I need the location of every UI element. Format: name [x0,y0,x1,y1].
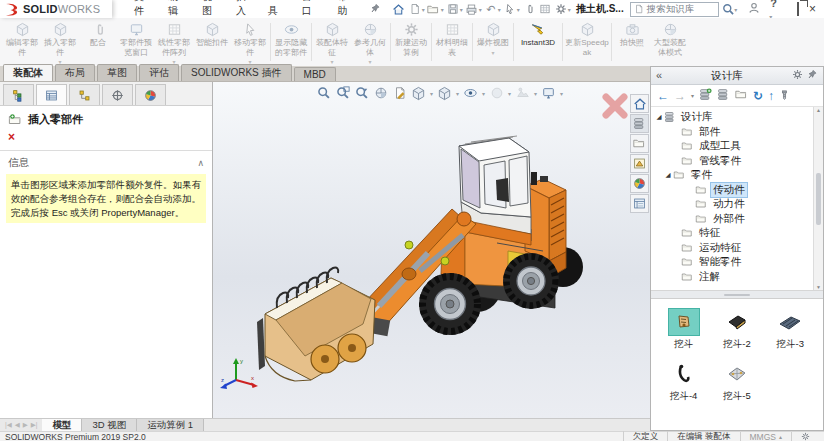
tree-item-motion-features[interactable]: 运动特征 [651,241,823,256]
new-document-icon[interactable] [407,2,423,17]
up-one-level-icon[interactable]: ↑ [768,90,774,102]
panel-options-gear-icon[interactable] [792,69,803,82]
ribbon-button-bill-of-materials[interactable]: 材料明细表 [433,18,471,66]
appearances-scenes-tab-icon[interactable] [630,174,649,193]
rebuild-icon[interactable] [521,2,537,17]
collapse-panel-icon[interactable]: « [656,70,662,81]
edit-appearance-caret-icon[interactable]: ▾ [508,90,511,97]
home-icon[interactable] [391,2,407,17]
undo-icon[interactable]: ↶ [483,2,499,17]
library-item-bucket-4[interactable]: 挖斗-4 [657,361,710,403]
close-button[interactable]: × [809,3,816,15]
user-account-icon[interactable] [748,2,760,16]
library-home-icon[interactable] [717,88,730,103]
search-caret-icon[interactable]: ▾ [734,6,737,13]
tree-item-annotations[interactable]: 注解 [651,270,823,285]
tree-item-transmission-parts[interactable]: 传动件 [651,183,823,198]
design-library-tab-icon[interactable] [630,114,649,133]
tab-feature-manager-tree[interactable] [3,84,34,105]
print-icon[interactable] [464,2,480,17]
options-caret-icon[interactable]: ▾ [568,6,571,13]
first-sheet-icon[interactable]: |◀ [5,421,12,429]
knowledge-search-input[interactable]: 搜索知识库 [630,2,720,17]
search-icon[interactable]: ▾ [722,3,738,16]
last-sheet-icon[interactable]: ▶| [31,421,38,429]
file-explorer-tab-icon[interactable] [630,134,649,153]
tree-item-assemblies[interactable]: 部件 [651,125,823,140]
tree-item-smart-components[interactable]: 智能零件 [651,255,823,270]
panel-splitter[interactable] [651,291,823,299]
ribbon-button-component-preview[interactable]: 零部件预览窗口 [117,18,155,66]
screw-fastener-icon[interactable] [779,89,790,103]
library-item-bucket-2[interactable]: 挖斗-2 [710,309,763,351]
tab-assembly[interactable]: 装配体 [3,64,53,81]
history-caret-icon[interactable]: ▾ [691,92,694,99]
units-selector[interactable]: MMGS▴ [740,432,791,441]
ribbon-button-insert-component[interactable]: 插入零部件▾ [41,18,79,66]
add-to-library-icon[interactable] [699,88,712,103]
tree-item-design-library[interactable]: ◢设计库 [651,110,823,125]
scroll-down-icon[interactable]: ▼ [816,284,821,290]
apply-scene-caret-icon[interactable]: ▾ [534,90,537,97]
library-item-bucket[interactable]: 挖斗 [657,309,710,351]
save-icon[interactable] [445,2,461,17]
tab-dimxpert-manager[interactable] [102,84,133,105]
tab-model[interactable]: 模型 [42,419,82,431]
hide-show-items-icon[interactable] [462,85,479,101]
ribbon-button-move-component[interactable]: 移动零部件▾ [231,18,269,66]
expanded-triangle-icon[interactable]: ◢ [663,171,673,179]
scrollbar-thumb[interactable] [816,173,821,225]
display-style-caret-icon[interactable]: ▾ [456,90,459,97]
ribbon-button-update-speedpak[interactable]: 更新Speedpak [564,18,610,66]
edit-appearance-icon[interactable] [488,85,505,101]
prev-sheet-icon[interactable]: ◀ [15,421,20,429]
tab-mbd[interactable]: MBD [294,67,336,81]
tree-item-parts[interactable]: ◢零件 [651,168,823,183]
save-caret-icon[interactable]: ▾ [460,6,463,13]
library-item-bucket-3[interactable]: 挖斗-3 [764,309,817,351]
ribbon-button-exploded-view[interactable]: 爆炸视图▾ [474,18,512,66]
print-caret-icon[interactable]: ▾ [479,6,482,13]
open-caret-icon[interactable]: ▾ [441,6,444,13]
forward-icon[interactable]: → [674,90,686,102]
tab-evaluate[interactable]: 评估 [139,64,179,81]
tab-display-manager[interactable] [135,84,166,105]
ribbon-button-new-motion-study[interactable]: 新建运动算例 [392,18,430,66]
zoom-to-fit-icon[interactable] [315,85,332,101]
pm-cancel-button[interactable]: × [0,129,212,148]
zoom-to-area-icon[interactable] [334,85,351,101]
pin-panel-icon[interactable] [807,69,818,82]
select-caret-icon[interactable]: ▾ [517,6,520,13]
caret-down-icon[interactable]: ▾ [491,49,494,56]
tree-item-features[interactable]: 特征 [651,226,823,241]
caret-down-icon[interactable]: ▾ [330,58,333,65]
restore-button[interactable] [797,3,799,15]
new-caret-icon[interactable]: ▾ [422,6,425,13]
tab-solidworks-addins[interactable]: SOLIDWORKS 插件 [181,64,292,81]
tree-item-forming-tools[interactable]: 成型工具 [651,139,823,154]
confirmation-corner-cancel-icon[interactable] [602,93,628,121]
expanded-triangle-icon[interactable]: ◢ [654,113,664,121]
tree-scrollbar[interactable]: ▲ ▼ [813,107,823,290]
status-tag-icon[interactable] [791,432,819,441]
undo-caret-icon[interactable]: ▾ [498,6,501,13]
section-view-icon[interactable] [372,85,389,101]
ribbon-button-assembly-features[interactable]: 装配体特征▾ [313,18,351,66]
tab-layout[interactable]: 布局 [55,64,95,81]
ribbon-button-instant3d[interactable]: Instant3D [515,18,561,66]
display-style-icon[interactable] [436,85,453,101]
pm-info-group-header[interactable]: 信息 ∧ [0,155,212,171]
collapse-chevron-icon[interactable]: ∧ [197,158,204,168]
view-palette-tab-icon[interactable] [630,154,649,173]
ribbon-button-take-snapshot[interactable]: 拍快照 [613,18,651,66]
tab-sketch[interactable]: 草图 [97,64,137,81]
open-icon[interactable] [426,2,442,17]
wheel-loader-model[interactable] [213,82,650,418]
scroll-up-icon[interactable]: ▲ [816,107,821,113]
ribbon-button-edit-component[interactable]: 编辑零部件 [3,18,41,66]
tree-item-power-parts[interactable]: 动力件 [651,197,823,212]
ribbon-button-large-assembly-mode[interactable]: 大型装配体模式 [651,18,689,66]
ribbon-button-smart-fasteners[interactable]: 智能扣件 [193,18,231,66]
annotation-view-icon[interactable] [391,85,408,101]
ribbon-button-reference-geometry[interactable]: 参考几何体▾ [351,18,389,66]
